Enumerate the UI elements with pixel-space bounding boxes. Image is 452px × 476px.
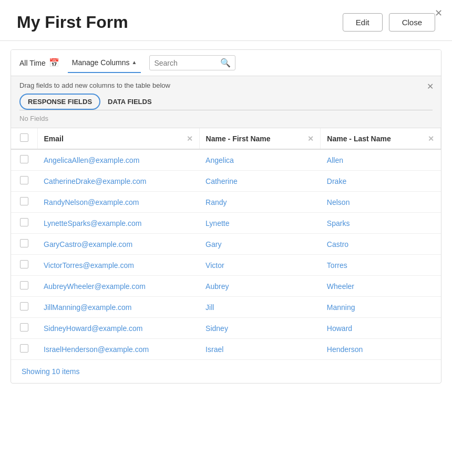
table-row: JillManning@example.comJillManning [11,297,441,318]
edit-button[interactable]: Edit [343,13,383,32]
arrow-up-icon: ▲ [132,59,137,65]
email-cell[interactable]: AngelicaAllen@example.com [37,149,199,171]
remove-last-name-column-button[interactable]: ✕ [428,134,434,143]
table-row: IsraelHenderson@example.comIsraelHenders… [11,339,441,360]
table-row: VictorTorres@example.comVictorTorres [11,255,441,276]
table-row: SidneyHoward@example.comSidneyHoward [11,318,441,339]
row-checkbox[interactable] [20,197,28,205]
search-input[interactable] [154,59,217,67]
row-checkbox-cell [11,339,37,360]
select-all-checkbox[interactable] [20,133,28,142]
last-name-cell[interactable]: Manning [321,297,441,318]
first-name-cell[interactable]: Gary [199,234,321,255]
manage-columns-label: Manage Columns [72,58,130,67]
row-checkbox[interactable] [20,176,28,184]
email-cell[interactable]: CatherineDrake@example.com [37,171,199,192]
row-checkbox-cell [11,213,37,234]
email-cell[interactable]: AubreyWheeler@example.com [37,276,199,297]
last-name-cell[interactable]: Allen [321,149,441,171]
manage-columns-button[interactable]: Manage Columns ▲ [72,58,137,68]
row-checkbox[interactable] [20,323,28,332]
row-checkbox-cell [11,149,37,171]
row-checkbox-cell [11,276,37,297]
calendar-icon: 📅 [49,58,59,68]
last-name-cell[interactable]: Wheeler [321,276,441,297]
table-footer: Showing 10 items [11,360,441,383]
row-checkbox[interactable] [20,155,28,163]
row-checkbox[interactable] [20,302,28,311]
search-icon: 🔍 [220,58,231,68]
email-cell[interactable]: IsraelHenderson@example.com [37,339,199,360]
row-checkbox-cell [11,234,37,255]
email-cell[interactable]: VictorTorres@example.com [37,255,199,276]
table-row: RandyNelson@example.comRandyNelson [11,192,441,213]
last-name-cell[interactable]: Henderson [321,339,441,360]
email-cell[interactable]: GaryCastro@example.com [37,234,199,255]
first-name-cell[interactable]: Angelica [199,149,321,171]
last-name-column-label: Name - Last Name [327,134,391,143]
row-checkbox[interactable] [20,239,28,247]
row-checkbox[interactable] [20,260,28,268]
table-row: CatherineDrake@example.comCatherineDrake [11,171,441,192]
top-buttons: Edit Close [343,13,435,32]
table-row: GaryCastro@example.comGaryCastro [11,234,441,255]
first-name-column-header: Name - First Name ✕ [199,128,321,149]
close-button[interactable]: Close [389,13,435,32]
row-checkbox-cell [11,297,37,318]
last-name-cell[interactable]: Castro [321,234,441,255]
page-title: My First Form [17,13,128,32]
email-cell[interactable]: RandyNelson@example.com [37,192,199,213]
first-name-cell[interactable]: Catherine [199,171,321,192]
toolbar: All Time 📅 Manage Columns ▲ 🔍 [11,50,441,76]
all-time-button[interactable]: All Time 📅 [19,58,59,68]
first-name-column-label: Name - First Name [206,134,271,143]
field-tabs: RESPONSE FIELDS DATA FIELDS [19,94,433,110]
table-row: AubreyWheeler@example.comAubreyWheeler [11,276,441,297]
search-box: 🔍 [149,55,235,70]
remove-first-name-column-button[interactable]: ✕ [307,134,314,143]
row-checkbox[interactable] [20,281,28,289]
first-name-cell[interactable]: Israel [199,339,321,360]
row-checkbox-cell [11,192,37,213]
row-checkbox-cell [11,171,37,192]
first-name-cell[interactable]: Randy [199,192,321,213]
first-name-cell[interactable]: Jill [199,297,321,318]
email-column-label: Email [44,134,64,143]
last-name-column-header: Name - Last Name ✕ [321,128,441,149]
table-row: AngelicaAllen@example.comAngelicaAllen [11,149,441,171]
tab-response-fields[interactable]: RESPONSE FIELDS [19,94,100,110]
drag-fields-panel: Drag fields to add new columns to the ta… [11,76,441,128]
table-header-row: Email ✕ Name - First Name ✕ Name - Last … [11,128,441,149]
row-checkbox[interactable] [20,344,28,353]
select-all-header [11,128,37,149]
first-name-cell[interactable]: Victor [199,255,321,276]
first-name-cell[interactable]: Sidney [199,318,321,339]
table-row: LynetteSparks@example.comLynetteSparks [11,213,441,234]
last-name-cell[interactable]: Drake [321,171,441,192]
row-checkbox-cell [11,318,37,339]
email-cell[interactable]: LynetteSparks@example.com [37,213,199,234]
first-name-cell[interactable]: Lynette [199,213,321,234]
email-cell[interactable]: JillManning@example.com [37,297,199,318]
data-table: Email ✕ Name - First Name ✕ Name - Last … [11,128,441,360]
email-cell[interactable]: SidneyHoward@example.com [37,318,199,339]
window-close-button[interactable]: ✕ [435,7,443,19]
last-name-cell[interactable]: Nelson [321,192,441,213]
top-bar: My First Form Edit Close [0,0,452,41]
all-time-label: All Time [19,59,46,67]
last-name-cell[interactable]: Torres [321,255,441,276]
email-column-header: Email ✕ [37,128,199,149]
remove-email-column-button[interactable]: ✕ [187,134,193,143]
row-checkbox[interactable] [20,218,28,226]
no-fields-text: No Fields [19,110,433,126]
drag-instruction: Drag fields to add new columns to the ta… [19,81,433,89]
showing-items-text: Showing 10 items [22,367,80,376]
drag-panel-close-button[interactable]: ✕ [427,81,434,91]
first-name-cell[interactable]: Aubrey [199,276,321,297]
last-name-cell[interactable]: Howard [321,318,441,339]
tab-data-fields[interactable]: DATA FIELDS [100,94,159,110]
last-name-cell[interactable]: Sparks [321,213,441,234]
row-checkbox-cell [11,255,37,276]
main-content: All Time 📅 Manage Columns ▲ 🔍 Drag field… [11,49,441,384]
